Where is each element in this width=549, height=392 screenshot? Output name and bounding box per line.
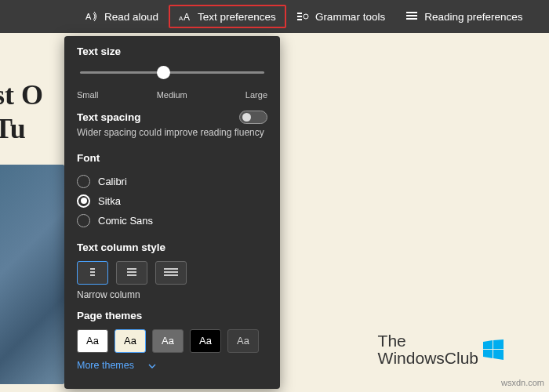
text-preferences-label: Text preferences xyxy=(198,11,276,23)
svg-rect-14 xyxy=(127,271,136,273)
more-themes-link[interactable]: More themes xyxy=(77,360,156,371)
font-option-label: Sitka xyxy=(98,195,121,207)
svg-rect-3 xyxy=(297,13,302,14)
theme-swatch-white[interactable]: Aa xyxy=(77,329,108,353)
read-aloud-label: Read aloud xyxy=(104,11,158,23)
slider-track xyxy=(80,71,264,74)
page-themes-row: Aa Aa Aa Aa Aa xyxy=(77,329,267,353)
chevron-down-icon xyxy=(148,360,156,371)
slider-label-small: Small xyxy=(77,90,99,100)
font-option-sitka[interactable]: Sitka xyxy=(77,191,267,211)
read-aloud-icon: A xyxy=(85,10,98,23)
svg-rect-8 xyxy=(406,15,417,16)
svg-point-6 xyxy=(304,14,308,19)
column-style-buttons xyxy=(77,261,267,285)
svg-rect-17 xyxy=(164,271,178,273)
page-heading: st O Tu xyxy=(0,78,43,146)
svg-text:A: A xyxy=(85,12,92,21)
reading-preferences-button[interactable]: Reading preferences xyxy=(395,5,533,28)
font-radio-group: Calibri Sitka Comic Sans xyxy=(77,172,267,230)
slider-thumb[interactable] xyxy=(157,66,170,79)
font-option-comic-sans[interactable]: Comic Sans xyxy=(77,211,267,230)
column-wide-icon xyxy=(164,267,178,278)
grammar-tools-button[interactable]: Grammar tools xyxy=(286,5,395,28)
column-narrow-icon xyxy=(85,267,100,278)
reading-preferences-label: Reading preferences xyxy=(424,11,522,23)
svg-rect-12 xyxy=(90,274,95,276)
svg-marker-19 xyxy=(483,340,493,349)
article-image xyxy=(0,165,64,384)
theme-swatch-dark[interactable]: Aa xyxy=(227,329,259,353)
svg-rect-9 xyxy=(406,18,417,20)
text-spacing-desc: Wider spacing could improve reading flue… xyxy=(77,127,267,140)
svg-marker-22 xyxy=(493,350,504,360)
svg-rect-13 xyxy=(127,268,136,270)
column-style-caption: Narrow column xyxy=(77,289,267,300)
text-size-slider[interactable] xyxy=(77,65,267,89)
watermark: wsxdn.com xyxy=(501,378,544,387)
svg-rect-11 xyxy=(90,271,95,273)
column-style-title: Text column style xyxy=(77,241,267,253)
more-themes-label: More themes xyxy=(77,360,134,371)
slider-labels: Small Medium Large xyxy=(77,90,267,100)
svg-rect-15 xyxy=(127,274,136,276)
theme-swatch-sepia[interactable]: Aa xyxy=(115,329,146,353)
reading-preferences-icon xyxy=(405,10,418,23)
text-preferences-panel: Text size Small Medium Large Text spacin… xyxy=(64,36,280,389)
svg-rect-16 xyxy=(164,268,178,270)
brand-logo-area: The WindowsClub xyxy=(378,332,504,367)
slider-label-large: Large xyxy=(245,90,267,100)
grammar-tools-label: Grammar tools xyxy=(315,11,385,23)
brand-line2: WindowsClub xyxy=(378,350,478,367)
font-option-calibri[interactable]: Calibri xyxy=(77,172,267,191)
column-medium-icon xyxy=(125,267,139,278)
font-option-label: Calibri xyxy=(98,176,127,187)
text-spacing-toggle[interactable] xyxy=(239,111,267,124)
grammar-tools-icon xyxy=(296,10,309,23)
radio-icon xyxy=(77,194,90,208)
svg-marker-21 xyxy=(483,350,493,358)
theme-swatch-gray[interactable]: Aa xyxy=(152,329,184,353)
page-themes-title: Page themes xyxy=(77,310,267,321)
column-medium-button[interactable] xyxy=(116,261,147,285)
radio-icon xyxy=(77,175,90,188)
column-wide-button[interactable] xyxy=(155,261,187,285)
radio-icon xyxy=(77,214,90,227)
svg-rect-10 xyxy=(90,268,95,270)
text-preferences-button[interactable]: AA Text preferences xyxy=(169,5,286,28)
reader-toolbar: A Read aloud AA Text preferences Grammar… xyxy=(0,0,549,33)
font-title: Font xyxy=(77,152,267,164)
theme-swatch-black[interactable]: Aa xyxy=(190,329,221,353)
text-preferences-icon: AA xyxy=(179,10,191,23)
toggle-knob xyxy=(242,113,251,122)
text-size-title: Text size xyxy=(77,45,267,57)
column-narrow-button[interactable] xyxy=(77,261,108,285)
svg-rect-4 xyxy=(297,16,302,17)
windows-logo-icon xyxy=(483,339,504,360)
svg-rect-7 xyxy=(406,12,417,13)
slider-label-medium: Medium xyxy=(157,90,187,100)
text-spacing-title: Text spacing xyxy=(77,111,141,123)
brand-line1: The xyxy=(378,332,478,350)
svg-rect-18 xyxy=(164,274,178,276)
svg-marker-20 xyxy=(493,339,504,349)
svg-text:A: A xyxy=(184,12,190,23)
read-aloud-button[interactable]: A Read aloud xyxy=(75,5,169,28)
font-option-label: Comic Sans xyxy=(98,215,153,227)
svg-rect-5 xyxy=(297,19,302,20)
